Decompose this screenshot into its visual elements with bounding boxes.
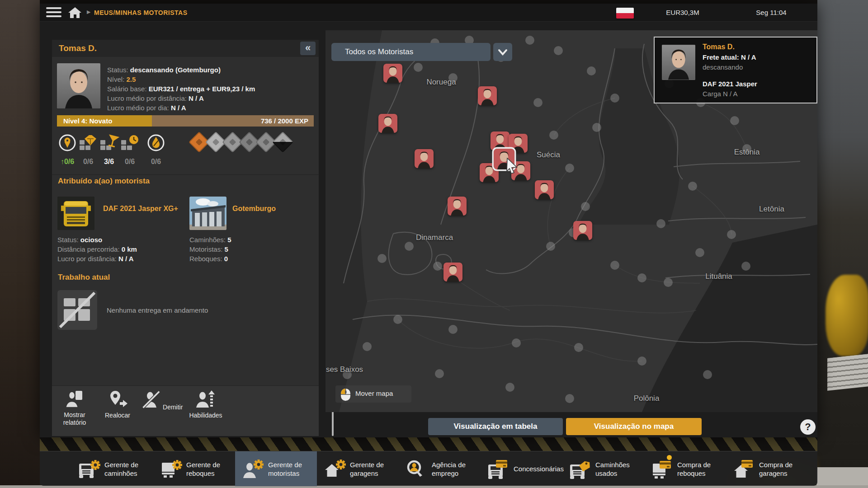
skill-long-distance[interactable]: ↑0/6 (56, 132, 79, 166)
urgent-delivery-icon (99, 132, 119, 155)
assigned-truck-link[interactable]: DAF 2021 Jasper XG+ (103, 205, 178, 213)
nav-driver-manager[interactable]: Gerente de motoristas (235, 451, 317, 486)
driver-panel-header: Tomas D. « (52, 40, 319, 57)
relocate-button[interactable]: Realocar (96, 389, 139, 435)
show-report-button[interactable]: Mostrar relatório (53, 389, 96, 435)
driver-level-label: Nível 4: Novato (63, 117, 112, 125)
city-dot-icon (546, 242, 555, 251)
driver-name: Tomas D. (59, 43, 97, 53)
city-dot-icon (695, 248, 704, 257)
skill-urgent-delivery[interactable]: 3/6 (98, 132, 120, 166)
driver-marker[interactable] (491, 131, 509, 150)
country-label: Noruega (426, 78, 456, 87)
driver-marker[interactable] (478, 86, 497, 105)
driver-marker[interactable] (535, 180, 554, 199)
yellow-truck-background (826, 275, 868, 356)
dismiss-icon (141, 389, 161, 409)
nav-job-agency[interactable]: Agência de emprego (399, 451, 481, 486)
garage-thumbnail[interactable] (189, 197, 226, 230)
truck-image (57, 197, 94, 230)
exp-value: 736 / 2000 EXP (261, 117, 308, 125)
hazard-stripes (40, 436, 817, 451)
eco-driving-icon (146, 132, 166, 155)
nav-garage-manager[interactable]: Gerente de garagens (317, 451, 399, 486)
long-distance-icon (57, 132, 78, 155)
city-dot-icon (730, 116, 739, 125)
report-icon (65, 389, 85, 409)
buy-garage-icon (732, 459, 755, 479)
skill-eco-driving[interactable]: 0/6 (145, 132, 167, 166)
chevron-down-icon[interactable] (493, 43, 512, 61)
city-dot-icon (533, 98, 542, 107)
dismiss-button[interactable]: Demitir (140, 389, 184, 435)
city-dot-icon (565, 164, 574, 173)
table-view-button[interactable]: Visualização em tabela (428, 418, 563, 435)
help-button[interactable]: ? (800, 419, 816, 435)
tooltip-driver-name: Tomas D. (703, 43, 735, 51)
driver-action-bar: Mostrar relatório Realocar Demitir (52, 385, 319, 436)
nav-buy-trailers[interactable]: Compra de reboques (644, 451, 726, 486)
driver-manager-window: ▶ MEUS/MINHAS MOTORISTAS EUR30,3M Seg 11… (40, 4, 817, 437)
menu-icon[interactable] (46, 7, 61, 18)
no-cargo-icon (57, 290, 97, 330)
driver-filter-dropdown[interactable]: Todos os Motoristas (331, 43, 491, 61)
skill-just-in-time[interactable]: 0/6 (118, 132, 141, 166)
driver-marker[interactable] (573, 221, 592, 240)
skills-button[interactable]: Habilidades (184, 389, 227, 435)
city-dot-icon (703, 370, 712, 379)
driver-marker[interactable] (448, 197, 467, 216)
garage-image (189, 197, 226, 230)
collapse-panel-button[interactable]: « (300, 42, 316, 55)
city-dot-icon (587, 66, 596, 75)
money-balance: EUR30,3M (651, 9, 714, 16)
country-label: ses Baixos (326, 365, 363, 374)
tooltip-status: descansando (703, 63, 743, 71)
nav-dealers[interactable]: Concessionárias (481, 451, 562, 486)
job-agency-icon (405, 459, 428, 479)
skills-icon (196, 389, 216, 409)
nav-truck-manager[interactable]: Gerente de caminhões (71, 451, 153, 486)
city-dot-icon (405, 242, 414, 251)
nav-trailer-manager[interactable]: Gerente de reboques (153, 451, 235, 486)
driver-marker[interactable] (383, 64, 402, 83)
just-in-time-icon (119, 132, 140, 155)
city-dot-icon (549, 131, 558, 140)
country-label: Letônia (759, 205, 784, 214)
tooltip-cargo: Carga N / A (703, 90, 738, 98)
driver-marker-selected[interactable] (494, 149, 514, 169)
driver-marker[interactable] (415, 149, 434, 168)
assigned-garage-link[interactable]: Gotemburgo (232, 205, 276, 213)
city-dot-icon (433, 262, 442, 271)
city-dot-icon (610, 94, 619, 103)
country-label: Estônia (734, 148, 760, 157)
nav-used-trucks[interactable]: Caminhões usados (562, 451, 644, 486)
truck-thumbnail[interactable] (57, 197, 94, 230)
city-dot-icon (727, 230, 736, 239)
skill-fragile-cargo[interactable]: 0/6 (77, 132, 99, 166)
assigned-section-title: Atribuído a(ao) motorista (58, 177, 150, 186)
city-dot-icon (435, 369, 444, 378)
mouse-icon (340, 388, 352, 401)
city-dot-icon (414, 63, 423, 72)
city-dot-icon (393, 315, 402, 324)
nav-buy-garages[interactable]: Compra de garagens (726, 451, 808, 486)
breadcrumb: MEUS/MINHAS MOTORISTAS (94, 9, 188, 16)
move-map-label: Mover mapa (355, 389, 393, 397)
home-icon[interactable] (68, 6, 82, 19)
city-dot-icon (512, 338, 521, 347)
driver-marker[interactable] (443, 263, 462, 282)
driver-marker[interactable] (378, 114, 397, 133)
used-trucks-icon (569, 459, 591, 479)
adr-corrosives-badge (272, 131, 293, 153)
city-dot-icon (505, 383, 514, 392)
no-delivery-text: Nenhuma entrega em andamento (107, 306, 208, 314)
relocate-icon (108, 389, 127, 409)
dealer-icon (487, 459, 509, 479)
buy-trailer-icon (651, 459, 673, 479)
driver-detail-panel: Tomas D. « Status: descansando (Gotembur… (52, 40, 319, 436)
poland-flag-icon (616, 8, 634, 19)
map-view[interactable]: NoruegaSuéciaEstôniaLetôniaLituâniaDinam… (326, 30, 817, 412)
map-view-button[interactable]: Visualização no mapa (566, 418, 702, 435)
bottom-nav-bar: Gerente de caminhões Gerente de reboques… (40, 451, 817, 486)
city-dot-icon (565, 394, 574, 403)
